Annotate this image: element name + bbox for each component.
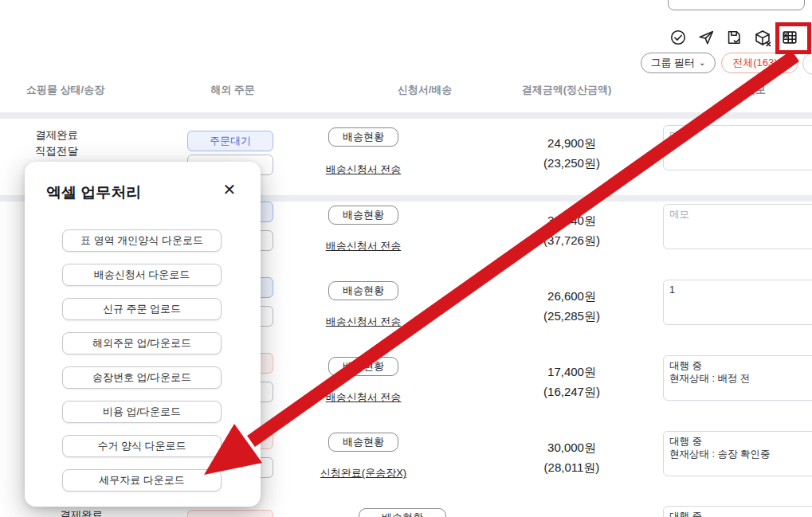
shipping-status-button[interactable]: 배송현황 bbox=[328, 206, 398, 225]
modal-title: 엑셀 업무처리 bbox=[46, 182, 141, 203]
tax-data-download-button[interactable]: 세무자료 다운로드 bbox=[62, 469, 222, 492]
memo-input[interactable]: 대행 중 현재상태 : 송장 확인중 bbox=[663, 431, 812, 476]
group-filter-button[interactable]: 그룹 필터 ⌄ bbox=[641, 53, 716, 73]
memo-input[interactable]: 대행 중 현재상태 : 배정 전 bbox=[663, 355, 812, 401]
column-header-request-shipping: 신청서/배송 bbox=[376, 83, 473, 97]
shipping-request-link[interactable]: 신청완료(운송장X) bbox=[296, 466, 430, 480]
overseas-order-status-button[interactable]: 주문대기 bbox=[187, 131, 273, 151]
settlement-amount: (16,247원) bbox=[506, 385, 637, 400]
shop-status-text: 결제완료 bbox=[60, 508, 163, 517]
download-table-custom-form-button[interactable]: 표 영역 개인양식 다운로드 bbox=[62, 229, 222, 252]
settlement-amount: (25,285원) bbox=[506, 309, 637, 324]
payment-amount: 26,600원 bbox=[506, 289, 637, 304]
shipping-status-button[interactable]: 배송현황 bbox=[359, 508, 446, 517]
check-circle-icon[interactable] bbox=[669, 29, 687, 46]
shipping-request-link[interactable]: 배송신청서 전송 bbox=[296, 239, 430, 253]
column-header-memo: 메모 bbox=[724, 83, 787, 97]
chevron-down-icon: ⌄ bbox=[699, 59, 705, 67]
payment-amount: 24,900원 bbox=[506, 136, 637, 151]
settlement-amount: (23,250원) bbox=[506, 156, 637, 171]
order-status-dropdown-partial[interactable] bbox=[668, 0, 805, 10]
shipping-request-link[interactable]: 배송신청서 전송 bbox=[296, 315, 430, 329]
overseas-order-updown-button[interactable]: 해외주문 업/다운로드 bbox=[62, 332, 222, 354]
invoice-number-updown-button[interactable]: 송장번호 업/다운로드 bbox=[62, 366, 222, 389]
settlement-amount: (37,726원) bbox=[506, 233, 637, 249]
payment-amount: 38,940원 bbox=[506, 213, 637, 229]
upload-new-order-button[interactable]: 신규 주문 업로드 bbox=[62, 298, 222, 320]
order-management-screen: 그룹 필터 ⌄ 전체(163) ⌄ 쇼핑몰 상태/송장 해외 주문 신청서/배송… bbox=[0, 0, 812, 517]
pickup-form-download-button[interactable]: 수거 양식 다운로드 bbox=[62, 435, 222, 457]
overseas-order-status-button[interactable] bbox=[187, 510, 273, 517]
memo-input[interactable]: 메모 bbox=[663, 125, 812, 170]
scope-filter-label: 전체(163) bbox=[732, 56, 777, 70]
column-header-overseas-order: 해외 주문 bbox=[185, 83, 280, 97]
scope-filter-button[interactable]: 전체(163) ⌄ bbox=[721, 53, 798, 73]
column-header-payment-amount: 결제금액(정산금액) bbox=[502, 83, 631, 97]
memo-input[interactable]: 1 bbox=[663, 280, 812, 325]
cost-updown-button[interactable]: 비용 업/다운로드 bbox=[62, 401, 222, 423]
next-filter-button-partial[interactable] bbox=[802, 53, 812, 75]
memo-input[interactable]: 메모 bbox=[663, 204, 812, 249]
shipping-status-button[interactable]: 배송현황 bbox=[328, 281, 398, 300]
download-shipping-request-button[interactable]: 배송신청서 다운로드 bbox=[62, 264, 222, 286]
delivery-type-text: 직접전달 bbox=[35, 144, 139, 159]
memo-input[interactable]: 대행 중 bbox=[663, 506, 812, 517]
save-check-icon[interactable] bbox=[725, 29, 743, 46]
annotation-highlight-box bbox=[775, 22, 811, 54]
close-icon[interactable]: ✕ bbox=[221, 181, 238, 198]
shipping-status-button[interactable]: 배송현황 bbox=[328, 433, 398, 452]
shop-status-text: 결제완료 bbox=[35, 128, 139, 143]
send-icon[interactable] bbox=[697, 29, 715, 46]
payment-amount: 30,000원 bbox=[506, 441, 637, 456]
chevron-down-icon: ⌄ bbox=[780, 59, 787, 67]
group-filter-label: 그룹 필터 bbox=[650, 56, 695, 70]
shipping-request-link[interactable]: 배송신청서 전송 bbox=[296, 390, 430, 405]
column-header-shop-status: 쇼핑몰 상태/송장 bbox=[26, 83, 138, 97]
settlement-amount: (28,011원) bbox=[506, 460, 637, 476]
excel-task-modal: 엑셀 업무처리 ✕ 표 영역 개인양식 다운로드 배송신청서 다운로드 신규 주… bbox=[25, 162, 261, 507]
shipping-request-link[interactable]: 배송신청서 전송 bbox=[296, 163, 430, 177]
payment-amount: 17,400원 bbox=[506, 365, 637, 380]
row-divider bbox=[0, 112, 812, 119]
shipping-status-button[interactable]: 배송현황 bbox=[328, 127, 398, 147]
package-remove-icon[interactable] bbox=[753, 29, 771, 46]
shipping-status-button[interactable]: 배송현황 bbox=[328, 357, 398, 376]
